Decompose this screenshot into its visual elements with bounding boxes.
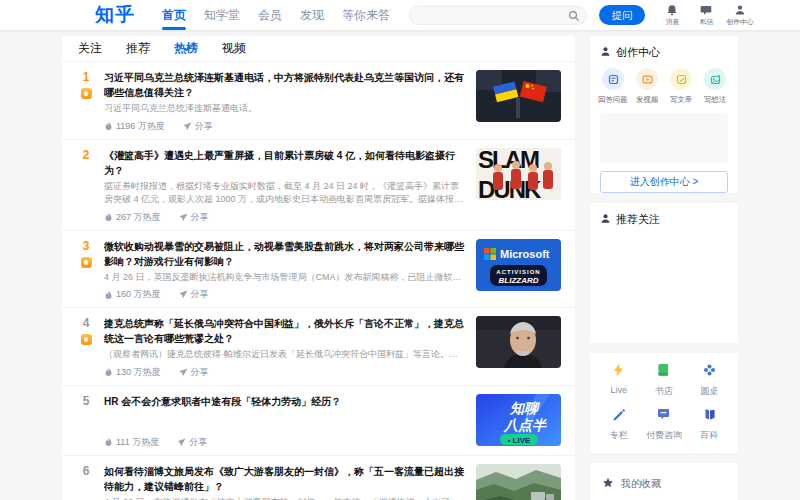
bell-icon — [666, 4, 678, 16]
messages-button[interactable]: 消息 — [655, 4, 689, 27]
book-icon — [657, 363, 670, 381]
question-title[interactable]: 捷克总统声称「延长俄乌冲突符合中国利益」，俄外长斥「言论不正常」，捷克总统这一言… — [104, 316, 466, 346]
nav-item-answer[interactable]: 等你来答 — [333, 0, 399, 30]
creation-center-card: 创作中心 回答问题 发视频 写文章 — [590, 36, 738, 193]
write-article-action[interactable]: 写文章 — [666, 68, 696, 105]
top-header: 知乎 首页 知学堂 会员 发现 等你来答 提问 消息 私信 — [0, 0, 800, 30]
rank-number: 3 — [83, 239, 90, 254]
card-title: 创作中心 — [616, 45, 660, 60]
share-icon — [183, 122, 192, 131]
idea-icon — [704, 68, 726, 90]
private-message-button[interactable]: 私信 — [689, 4, 723, 27]
banner-placeholder — [600, 113, 728, 163]
nav-item-zhixuetang[interactable]: 知学堂 — [195, 0, 249, 30]
main-nav: 首页 知学堂 会员 发现 等你来答 — [153, 0, 399, 30]
thumbnail-portrait[interactable] — [476, 316, 561, 368]
creator-center-button[interactable]: 创作中心 — [723, 4, 757, 27]
question-title[interactable]: 《灌篮高手》遭遇史上最严重屏摄，目前累计票房破 4 亿，如何看待电影盗摄行为？ — [104, 148, 466, 178]
zhihu-logo[interactable]: 知乎 — [95, 2, 135, 28]
share-icon — [179, 290, 188, 299]
search-box — [409, 5, 587, 25]
question-excerpt: （观察者网讯）捷克总统彼得·帕维尔近日发表「延长俄乌冲突符合中国利益」等言论。据… — [104, 348, 466, 362]
my-collections-link[interactable]: 我的收藏 — [590, 469, 738, 499]
share-icon — [179, 213, 188, 222]
answer-question-action[interactable]: 回答问题 — [598, 68, 628, 105]
thumbnail-zhiliao-live[interactable]: 知聊 八点半 • LIVE — [476, 394, 561, 446]
header-actions: 消息 私信 创作中心 — [655, 4, 757, 27]
encyclopedia-icon — [703, 407, 716, 425]
heat-metric: 111 万热度 — [104, 436, 159, 449]
tab-recommend[interactable]: 推荐 — [126, 40, 150, 57]
quick-link-encyclopedia[interactable]: 百科 — [687, 407, 732, 442]
tab-hot[interactable]: 热榜 — [174, 40, 198, 57]
hot-badge-icon — [81, 88, 92, 99]
rank-number: 5 — [83, 394, 90, 409]
creator-icon — [734, 4, 746, 16]
list-item[interactable]: 3 微软收购动视暴雪的交易被阻止，动视暴雪美股盘前跳水，将对两家公司带来哪些影响… — [62, 230, 575, 308]
heat-metric: 130 万热度 — [104, 366, 161, 379]
my-links-card: 我的收藏 我关注的问题 我的邀请 — [590, 463, 738, 500]
share-icon — [179, 368, 188, 377]
quick-link-bookstore[interactable]: 书店 — [641, 363, 686, 398]
svg-text:• LIVE: • LIVE — [508, 435, 531, 444]
rank-number: 6 — [83, 464, 90, 479]
heat-metric: 1196 万热度 — [104, 120, 165, 133]
flame-icon — [104, 367, 113, 377]
write-idea-action[interactable]: 写想法 — [700, 68, 730, 105]
svg-text:Microsoft: Microsoft — [500, 248, 550, 260]
question-title[interactable]: 微软收购动视暴雪的交易被阻止，动视暴雪美股盘前跳水，将对两家公司带来哪些影响？对… — [104, 239, 466, 269]
feed-tabs: 关注 推荐 热榜 视频 — [62, 36, 575, 62]
post-video-action[interactable]: 发视频 — [632, 68, 662, 105]
share-button[interactable]: 分享 — [177, 436, 207, 449]
tab-video[interactable]: 视频 — [222, 40, 246, 57]
enter-creation-center-button[interactable]: 进入创作中心 > — [600, 171, 728, 193]
rank-number: 1 — [83, 70, 90, 85]
hot-list-panel: 关注 推荐 热榜 视频 1 习近平同乌克兰总统泽连斯基通电话，中方将派特别代表赴… — [62, 36, 575, 500]
heat-metric: 267 万热度 — [104, 211, 161, 224]
nav-item-discover[interactable]: 发现 — [291, 0, 333, 30]
quick-link-column[interactable]: 专栏 — [596, 407, 641, 442]
creator-icon — [600, 46, 616, 59]
list-item[interactable]: 6 如何看待淄博文旅局发布《致广大游客朋友的一封信》，称「五一客流量已超出接待能… — [62, 455, 575, 500]
quick-link-paid-consult[interactable]: 付费咨询 — [641, 407, 686, 442]
answer-icon — [602, 68, 624, 90]
quick-link-roundtable[interactable]: 圆桌 — [687, 363, 732, 398]
share-button[interactable]: 分享 — [179, 366, 209, 379]
ask-question-button[interactable]: 提问 — [599, 5, 645, 25]
share-button[interactable]: 分享 — [179, 288, 209, 301]
pen-icon — [612, 407, 625, 425]
share-icon — [177, 438, 186, 447]
chat-icon — [700, 4, 712, 16]
search-input[interactable] — [409, 6, 587, 25]
thumbnail-microsoft-activision[interactable]: Microsoft ACTIVISION BLIZZARD — [476, 239, 561, 291]
flame-icon — [104, 437, 113, 447]
question-excerpt: 4 月 26 日，文旅淄博发布「致广大游客朋友的一封信」，信中称：「淄博烧烤」火… — [104, 496, 466, 500]
thumbnail-flags[interactable] — [476, 70, 561, 122]
quick-link-live[interactable]: Live — [596, 363, 641, 398]
roundtable-icon — [703, 363, 716, 381]
list-item[interactable]: 4 捷克总统声称「延长俄乌冲突符合中国利益」，俄外长斥「言论不正常」，捷克总统这… — [62, 307, 575, 385]
flame-icon — [104, 290, 113, 300]
rank-number: 2 — [83, 148, 90, 163]
list-item[interactable]: 5 HR 会不会介意求职者中途有段「轻体力劳动」经历？ 111 万热度 分享 — [62, 385, 575, 455]
svg-text:八点半: 八点半 — [503, 417, 547, 433]
quick-links-card: Live 书店 圆桌 专栏 — [590, 353, 738, 453]
nav-item-home[interactable]: 首页 — [153, 0, 195, 30]
list-item[interactable]: 1 习近平同乌克兰总统泽连斯基通电话，中方将派特别代表赴乌克兰等国访问，还有哪些… — [62, 62, 575, 139]
list-item[interactable]: 2 《灌篮高手》遭遇史上最严重屏摄，目前累计票房破 4 亿，如何看待电影盗摄行为… — [62, 139, 575, 230]
paid-chat-icon — [657, 407, 670, 425]
heat-metric: 160 万热度 — [104, 288, 161, 301]
tab-follow[interactable]: 关注 — [78, 40, 102, 57]
share-button[interactable]: 分享 — [179, 211, 209, 224]
thumbnail-landscape[interactable] — [476, 464, 561, 500]
question-title[interactable]: 如何看待淄博文旅局发布《致广大游客朋友的一封信》，称「五一客流量已超出接待能力，… — [104, 464, 466, 494]
video-icon — [636, 68, 658, 90]
nav-item-member[interactable]: 会员 — [249, 0, 291, 30]
recommend-follow-card: 推荐关注 — [590, 203, 738, 343]
rank-number: 4 — [83, 316, 90, 331]
share-button[interactable]: 分享 — [183, 120, 213, 133]
question-title[interactable]: HR 会不会介意求职者中途有段「轻体力劳动」经历？ — [104, 394, 466, 409]
thumbnail-slam-dunk[interactable]: SLAM DUNK — [476, 148, 561, 200]
search-icon[interactable] — [568, 8, 580, 26]
question-title[interactable]: 习近平同乌克兰总统泽连斯基通电话，中方将派特别代表赴乌克兰等国访问，还有哪些信息… — [104, 70, 466, 100]
